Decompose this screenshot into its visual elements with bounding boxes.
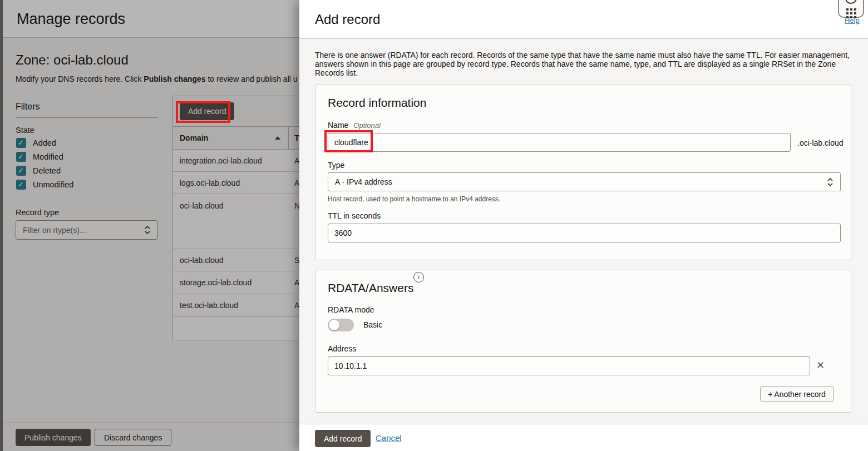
rdata-mode-label: RDATA mode bbox=[328, 305, 374, 314]
rdata-answers-card: RDATA/Answers RDATA mode Basic Address +… bbox=[315, 270, 851, 413]
type-help-text: Host record, used to point a hostname to… bbox=[328, 195, 500, 203]
highlight-box-add-record-button bbox=[176, 101, 230, 123]
drawer-description: There is one answer (RDATA) for each rec… bbox=[315, 51, 854, 77]
type-label: Type bbox=[328, 161, 344, 170]
highlight-box-name-input bbox=[324, 130, 373, 152]
add-record-drawer: Add record There is one answer (RDATA) f… bbox=[299, 0, 868, 451]
remove-record-icon[interactable] bbox=[816, 359, 828, 371]
address-input[interactable] bbox=[328, 356, 810, 375]
modal-overlay bbox=[0, 0, 299, 451]
cancel-link[interactable]: Cancel bbox=[376, 433, 402, 443]
optional-tag: Optional bbox=[353, 121, 380, 130]
drawer-title: Add record bbox=[315, 12, 380, 27]
toggle-knob-icon bbox=[329, 320, 339, 330]
info-icon[interactable] bbox=[413, 272, 424, 283]
name-input[interactable] bbox=[328, 133, 791, 152]
another-record-button[interactable]: + Another record bbox=[760, 386, 834, 402]
assistant-widget-button[interactable] bbox=[838, 0, 864, 18]
circle-icon bbox=[845, 0, 857, 4]
rdata-mode-value: Basic bbox=[363, 320, 382, 329]
record-information-heading: Record information bbox=[328, 96, 426, 110]
address-label: Address bbox=[328, 344, 356, 353]
ttl-input[interactable] bbox=[328, 224, 841, 242]
submit-add-record-button[interactable]: Add record bbox=[315, 430, 371, 447]
type-select[interactable]: A - IPv4 address bbox=[328, 172, 841, 191]
name-label: NameOptional bbox=[328, 121, 381, 130]
ttl-label: TTL in seconds bbox=[328, 211, 381, 220]
select-chevrons-icon bbox=[827, 177, 834, 187]
rdata-heading: RDATA/Answers bbox=[328, 281, 413, 295]
screen: Manage records Zone: oci-lab.cloud Modif… bbox=[0, 0, 868, 451]
drawer-footer: Add record Cancel bbox=[299, 424, 868, 451]
drawer-header: Add record bbox=[299, 0, 868, 39]
help-link[interactable]: Help bbox=[845, 16, 860, 24]
record-information-card: Record information NameOptional .oci-lab… bbox=[315, 85, 851, 260]
name-domain-suffix: .oci-lab.cloud bbox=[797, 138, 844, 147]
rdata-mode-toggle[interactable] bbox=[328, 319, 354, 331]
